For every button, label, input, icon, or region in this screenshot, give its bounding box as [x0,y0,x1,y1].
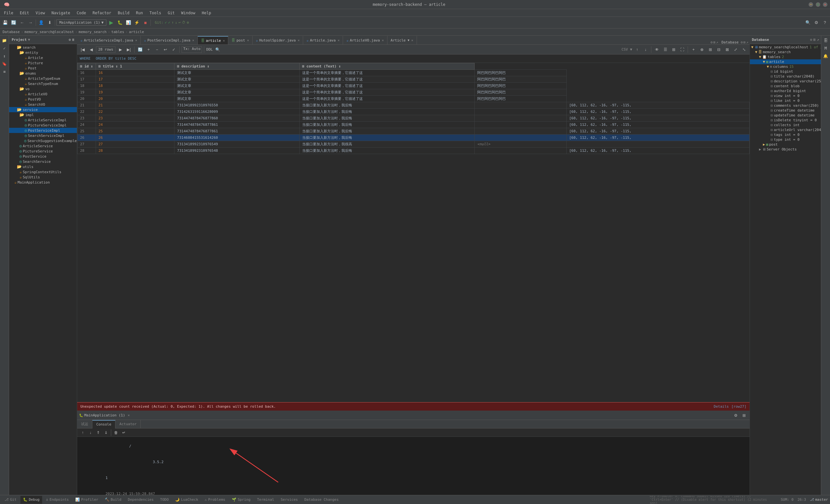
db-query[interactable]: 🔍 [214,46,221,53]
tree-item-postservice[interactable]: ◎PostService [9,154,77,159]
db-panel-layout[interactable]: ⊞ [813,38,816,42]
db-tree-columns[interactable]: ▼ ⊞ columns 15 [750,64,821,69]
table-row[interactable]: 1616测试文章这是一个简单的文章摘要，它描述了这阿巴阿巴阿巴阿巴 [77,70,749,76]
db-extra2[interactable]: ⊕ [698,46,705,53]
col-header-content[interactable]: ⊞ content (Text) ↕ [299,63,475,70]
db-tree-post[interactable]: ▶ ▦ post [750,142,821,147]
minimize-button[interactable]: ─ [808,2,813,7]
db-view[interactable]: 👁 [653,46,661,53]
tab-article-vo[interactable]: ☕ ArticleVO.java × [343,36,387,44]
tree-item-articleservice[interactable]: ◎ArticleService [9,144,77,149]
tree-item-pictureservice[interactable]: ◎PictureService [9,149,77,154]
tree-item-utils[interactable]: 📂utils [9,164,77,169]
db-extra6[interactable]: ⤢ [732,46,739,53]
profile-button[interactable]: ⚡ [133,19,141,27]
coverage-button[interactable]: 📊 [125,19,132,27]
tree-item-enums[interactable]: 📂enums [9,71,77,76]
bottomtab-services[interactable]: Services [278,496,300,504]
menu-git[interactable]: Git [165,10,177,16]
project-collapse[interactable]: ≡ [72,38,74,42]
tree-item-sqlutils[interactable]: ☕SqlUtils [9,175,77,180]
menu-navigate[interactable]: Navigate [49,10,73,16]
tree-item-search[interactable]: 📂search [9,45,77,50]
table-row[interactable]: 27277313418992310976549当接口要加入新方法时，我很高<nu… [77,141,749,148]
console-down-btn[interactable]: ↓ [87,429,94,436]
maven-side-icon[interactable]: M [822,45,829,52]
structure-icon[interactable]: ≡ [1,68,8,75]
db-tree-column[interactable]: ⊡type int = 0 [750,137,821,142]
tab-expand-icon[interactable]: ↗ [716,40,719,44]
db-nav-next[interactable]: ▶ [117,46,124,53]
db-fullscreen[interactable]: ⛶ [679,46,686,53]
console-wrap-btn[interactable]: ↵ [120,429,127,436]
bottomtab-profiler[interactable]: 📊 Profiler [73,496,101,504]
debug-run-button[interactable]: 🐛 [116,19,124,27]
db-layout-icon[interactable]: ⊞ [743,40,746,44]
close-button[interactable]: ✕ [823,2,827,7]
db-tree-column[interactable]: ⊡isDelete tinyint = 0 [750,118,821,123]
table-row[interactable]: 28287313418992310976548当接口要加入新方法时，我后悔[60… [77,148,749,154]
menu-code[interactable]: Code [74,10,89,16]
maximize-button[interactable]: □ [816,2,820,7]
bottomtab-spring[interactable]: 🌱 Spring [229,496,253,504]
db-panel-settings[interactable]: ⚙ [810,38,812,42]
db-revert[interactable]: ↩ [162,46,169,53]
db-tree-column[interactable]: ⊡like int = 0 [750,98,821,103]
bottomtab-todo[interactable]: TODO [158,496,171,504]
debug-close-icon[interactable]: × [128,413,130,417]
db-tree-column[interactable]: ⊡content blob [750,84,821,89]
table-row[interactable]: 23237314474878476877860当接口要加入新方法时，我后悔[60… [77,115,749,122]
tab-post[interactable]: 🗄 post × [228,36,253,44]
tree-item-postvo[interactable]: ☕PostVO [9,97,77,102]
db-extra7[interactable]: ⤡ [740,46,748,53]
tree-item-articleserviceimpl[interactable]: ◎ArticleServiceImpl [9,117,77,123]
db-expand-icon[interactable]: ↗ [746,40,748,44]
menu-refactor[interactable]: Refactor [90,10,114,16]
bottomtab-dependencies[interactable]: Dependencies [125,496,156,504]
breadcrumb-host[interactable]: memory_search@localhost [25,30,74,34]
menu-run[interactable]: Run [133,10,146,16]
col-header-title[interactable]: ⊞ title ↕ 1 [96,63,174,70]
db-tree-column[interactable]: ⊡authorId bigint [750,89,821,93]
db-add-row[interactable]: + [145,46,152,53]
menu-view[interactable]: View [33,10,47,16]
tab-close-article-vo[interactable]: × [382,39,384,42]
db-tree-host[interactable]: ▼ 🖥 memory_search@localhost 1 of 37 [750,45,821,50]
db-sort-asc[interactable]: ↑ [634,46,641,53]
db-nav-prev[interactable]: ◀ [88,46,95,53]
menu-edit[interactable]: Edit [17,10,32,16]
db-tree-column[interactable]: ⊡id bigint [750,69,821,74]
menu-window[interactable]: Window [179,10,198,16]
bookmarks-icon[interactable]: 🔖 [1,60,8,67]
db-extra5[interactable]: ⊠ [724,46,731,53]
tree-item-articlevo[interactable]: ☕ArticleVO [9,91,77,97]
bottomtab-problems[interactable]: ⚠ Problems [202,496,228,504]
table-row[interactable]: 2020测试文章这是一个简单的文章摘要，它描述了这阿巴阿巴阿巴阿巴 [77,96,749,102]
console-scroll-bottom[interactable]: ⇓ [102,429,109,436]
stop-button[interactable]: ■ [141,19,149,27]
run-config-selector[interactable]: MainApplication (1) ▼ [56,20,106,26]
tree-item-searchservice[interactable]: ◎SearchService [9,159,77,164]
db-submit[interactable]: ✓ [170,46,177,53]
tree-item-springcontextutils[interactable]: ☕SpringContextUtils [9,169,77,175]
tab-article-dropdown[interactable]: Article ▼ × [387,36,417,44]
db-extra4[interactable]: ⊟ [715,46,722,53]
details-link[interactable]: Details [713,404,729,409]
db-tree-article[interactable]: ▼ ▦ article [750,59,821,64]
table-row[interactable]: 22227314263159116628009当接口要加入新方法时，我后悔[60… [77,108,749,115]
menu-tools[interactable]: Tools [147,10,164,16]
console-clear-btn[interactable]: 🗑 [113,429,120,436]
tab-close-article-java[interactable]: × [338,39,340,42]
tab-close-post-service[interactable]: × [192,39,194,42]
search-everywhere-button[interactable]: 🔍 [804,19,812,27]
db-settings-icon[interactable]: ⚙ [740,40,743,44]
tab-hutool-spider[interactable]: ☕ HutoolSpider.java × [253,36,303,44]
tx-selector[interactable]: Tx: Auto [182,46,202,53]
sync-button[interactable]: 🔄 [10,19,18,27]
tree-item-mainapplication[interactable]: ☕MainApplication [9,180,77,185]
tree-item-entity[interactable]: 📂entity [9,50,77,55]
db-tree-column[interactable]: ⊡createTime datetime [750,108,821,113]
db-extra1[interactable]: + [690,46,697,53]
tree-item-searchtypeenum[interactable]: ☕SearchTypeEnum [9,81,77,86]
db-tree-tables[interactable]: ▼ 📋 tables 2 [750,55,821,59]
